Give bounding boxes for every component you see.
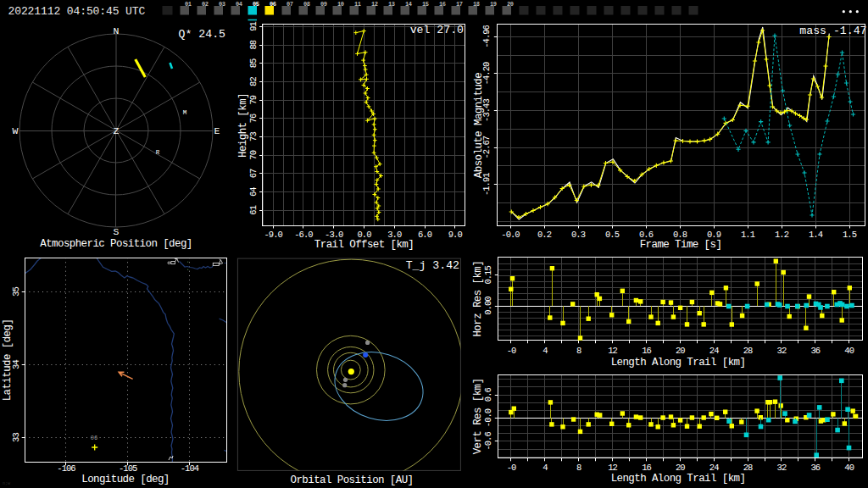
svg-text:64: 64 [248, 187, 259, 197]
svg-text:N: N [114, 25, 120, 36]
svg-text:12: 12 [371, 1, 378, 8]
svg-text:9.0: 9.0 [448, 230, 463, 240]
svg-text:20221112 04:50:45 UTC: 20221112 04:50:45 UTC [8, 5, 146, 18]
svg-text:M: M [183, 109, 187, 116]
svg-text:8: 8 [576, 346, 581, 356]
svg-text:Z: Z [114, 125, 120, 136]
svg-text:Q* 24.5: Q* 24.5 [179, 28, 225, 41]
svg-text:-0: -0 [507, 463, 516, 473]
svg-text:20: 20 [507, 1, 514, 8]
svg-text:01: 01 [185, 1, 192, 8]
svg-text:Absolute Magnitude: Absolute Magnitude [473, 73, 485, 178]
svg-text:-0: -0 [507, 346, 516, 356]
svg-text:19: 19 [490, 1, 497, 8]
svg-text:85: 85 [248, 58, 259, 68]
svg-text:6.0: 6.0 [418, 230, 432, 240]
svg-text:1.5: 1.5 [843, 230, 857, 240]
svg-text:28: 28 [743, 346, 753, 356]
svg-text:0.3: 0.3 [571, 230, 586, 240]
svg-text:88: 88 [248, 40, 259, 49]
svg-text:-105: -105 [119, 463, 137, 474]
svg-text:15: 15 [422, 1, 429, 8]
svg-text:Longitude [deg]: Longitude [deg] [81, 474, 170, 485]
svg-text:T_j 3.42: T_j 3.42 [406, 259, 459, 272]
svg-text:20: 20 [676, 346, 685, 356]
svg-text:12: 12 [608, 463, 617, 473]
svg-text:-0.6: -0.6 [483, 432, 493, 451]
svg-text:16: 16 [642, 346, 651, 356]
svg-text:1.4: 1.4 [809, 230, 823, 240]
svg-text:18: 18 [473, 1, 480, 8]
svg-text:0.5: 0.5 [605, 230, 620, 240]
svg-text:24: 24 [709, 346, 719, 356]
svg-text:04: 04 [236, 1, 242, 8]
svg-text:Length Along Trail [km]: Length Along Trail [km] [611, 357, 746, 369]
svg-text:70: 70 [248, 150, 259, 159]
svg-text:73: 73 [248, 132, 259, 141]
svg-text:Horz Res [km]: Horz Res [km] [472, 261, 484, 337]
svg-text:33: 33 [12, 433, 22, 442]
svg-text:Vert Res [km]: Vert Res [km] [472, 379, 484, 455]
svg-text:W: W [13, 125, 19, 136]
svg-text:10: 10 [337, 1, 344, 8]
svg-text:0.00: 0.00 [483, 297, 493, 315]
svg-text:Frame Time [s]: Frame Time [s] [640, 239, 722, 251]
svg-text:4: 4 [542, 463, 548, 473]
svg-text:11: 11 [354, 1, 361, 8]
svg-text:vel 27.0: vel 27.0 [410, 24, 464, 36]
svg-text:36: 36 [810, 346, 820, 356]
svg-text:13: 13 [388, 1, 395, 8]
svg-text:24: 24 [709, 463, 719, 473]
svg-text:16: 16 [439, 1, 446, 8]
svg-text:0.2: 0.2 [537, 230, 552, 240]
svg-text:32: 32 [777, 346, 787, 356]
svg-text:-0.0: -0.0 [483, 408, 493, 427]
svg-text:36: 36 [810, 463, 820, 473]
svg-text:67: 67 [248, 169, 259, 178]
svg-text:1.2: 1.2 [775, 230, 789, 240]
svg-text:-0.0: -0.0 [501, 230, 520, 240]
svg-text:-9.0: -9.0 [264, 230, 283, 240]
svg-text:Trail Offset [km]: Trail Offset [km] [314, 239, 414, 251]
svg-text:1.1: 1.1 [741, 230, 755, 240]
svg-text:0.6: 0.6 [483, 387, 493, 402]
svg-text:14: 14 [405, 1, 412, 8]
svg-text:82: 82 [248, 77, 259, 86]
svg-text:-4.96: -4.96 [481, 25, 492, 47]
svg-text:40: 40 [844, 463, 854, 473]
svg-text:4: 4 [542, 346, 548, 356]
svg-text:09: 09 [320, 1, 327, 8]
svg-text:40: 40 [844, 346, 854, 356]
svg-text:28: 28 [743, 463, 753, 473]
svg-text:20: 20 [676, 463, 685, 473]
svg-text:08: 08 [303, 1, 310, 8]
svg-text:-106: -106 [57, 463, 75, 474]
svg-text:07: 07 [287, 1, 293, 8]
svg-text:06: 06 [91, 435, 97, 441]
svg-text:35: 35 [12, 287, 22, 297]
svg-text:91: 91 [248, 22, 259, 31]
svg-text:17: 17 [456, 1, 463, 8]
svg-text:8: 8 [576, 463, 581, 473]
svg-text:02: 02 [202, 1, 209, 8]
svg-text:79: 79 [248, 95, 259, 104]
svg-text:R: R [156, 149, 160, 156]
svg-text:03: 03 [219, 1, 225, 8]
svg-text:61: 61 [248, 205, 259, 214]
svg-text:Atmospheric Position [deg]: Atmospheric Position [deg] [40, 238, 192, 250]
svg-text:76: 76 [248, 114, 259, 123]
svg-text:mass -1.47: mass -1.47 [799, 25, 866, 37]
svg-text:S: S [114, 226, 120, 237]
svg-text:0.15: 0.15 [483, 266, 493, 285]
svg-text:05: 05 [253, 1, 259, 8]
svg-text:Length Along Trail [km]: Length Along Trail [km] [611, 473, 746, 485]
svg-text:-6.0: -6.0 [294, 230, 313, 240]
svg-text:n;w: n;w [3, 481, 10, 486]
svg-text:06: 06 [270, 1, 276, 8]
svg-text:E: E [214, 125, 220, 136]
svg-text:16: 16 [642, 463, 651, 473]
svg-text:Height [km]: Height [km] [237, 93, 249, 158]
svg-text:12: 12 [608, 346, 617, 356]
svg-text:Latitude [deg]: Latitude [deg] [2, 319, 14, 402]
svg-text:-104: -104 [181, 463, 199, 474]
